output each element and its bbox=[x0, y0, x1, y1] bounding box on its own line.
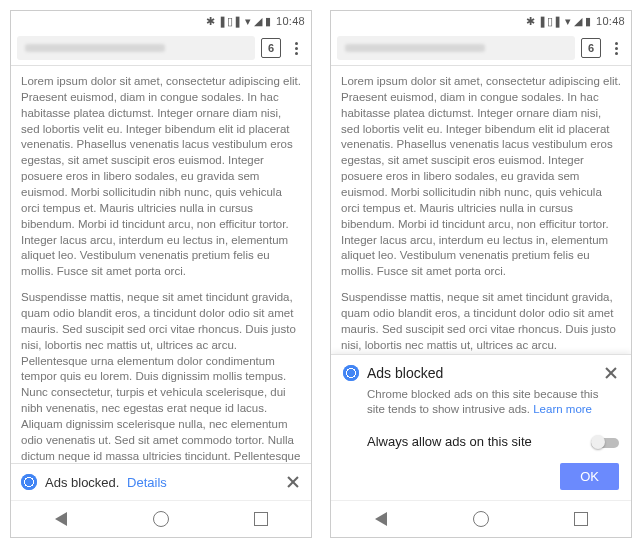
chrome-icon bbox=[343, 365, 359, 381]
url-bar[interactable] bbox=[337, 36, 575, 60]
home-button[interactable] bbox=[146, 504, 176, 534]
paragraph: Lorem ipsum dolor sit amet, consectetur … bbox=[21, 74, 301, 280]
wifi-icon: ▾ bbox=[565, 15, 571, 28]
triangle-icon bbox=[375, 512, 387, 526]
close-icon[interactable] bbox=[603, 365, 619, 381]
tab-switcher-button[interactable]: 6 bbox=[581, 38, 601, 58]
infobar-message: Ads blocked. Details bbox=[45, 475, 277, 490]
wifi-icon: ▾ bbox=[245, 15, 251, 28]
battery-icon: ▮ bbox=[585, 15, 591, 28]
close-icon[interactable] bbox=[285, 474, 301, 490]
always-allow-toggle[interactable] bbox=[591, 435, 619, 449]
bluetooth-icon: ✱ bbox=[206, 15, 215, 28]
page-content[interactable]: Lorem ipsum dolor sit amet, consectetur … bbox=[11, 66, 311, 500]
clock: 10:48 bbox=[596, 15, 625, 27]
infobar-text: Ads blocked. bbox=[45, 475, 119, 490]
square-icon bbox=[574, 512, 588, 526]
url-bar[interactable] bbox=[17, 36, 255, 60]
phone-frame-collapsed: ✱ ❚▯❚ ▾ ◢ ▮ 10:48 6 Lorem ipsum dolor si… bbox=[10, 10, 312, 538]
back-button[interactable] bbox=[366, 504, 396, 534]
overflow-menu-button[interactable] bbox=[607, 42, 625, 55]
page-content[interactable]: Lorem ipsum dolor sit amet, consectetur … bbox=[331, 66, 631, 500]
signal-icon: ◢ bbox=[254, 15, 262, 28]
square-icon bbox=[254, 512, 268, 526]
browser-toolbar: 6 bbox=[11, 31, 311, 66]
recents-button[interactable] bbox=[566, 504, 596, 534]
status-bar: ✱ ❚▯❚ ▾ ◢ ▮ 10:48 bbox=[11, 11, 311, 31]
battery-icon: ▮ bbox=[265, 15, 271, 28]
panel-title: Ads blocked bbox=[367, 365, 595, 381]
signal-icon: ◢ bbox=[574, 15, 582, 28]
tab-switcher-button[interactable]: 6 bbox=[261, 38, 281, 58]
back-button[interactable] bbox=[46, 504, 76, 534]
learn-more-link[interactable]: Learn more bbox=[533, 403, 592, 415]
home-button[interactable] bbox=[466, 504, 496, 534]
circle-icon bbox=[153, 511, 169, 527]
ok-button[interactable]: OK bbox=[560, 463, 619, 490]
circle-icon bbox=[473, 511, 489, 527]
recents-button[interactable] bbox=[246, 504, 276, 534]
panel-description: Chrome blocked ads on this site because … bbox=[343, 387, 619, 418]
triangle-icon bbox=[55, 512, 67, 526]
ads-blocked-infobar[interactable]: Ads blocked. Details bbox=[11, 463, 311, 500]
bluetooth-icon: ✱ bbox=[526, 15, 535, 28]
chrome-icon bbox=[21, 474, 37, 490]
phone-frame-expanded: ✱ ❚▯❚ ▾ ◢ ▮ 10:48 6 Lorem ipsum dolor si… bbox=[330, 10, 632, 538]
always-allow-row[interactable]: Always allow ads on this site bbox=[343, 424, 619, 455]
ads-blocked-panel: Ads blocked Chrome blocked ads on this s… bbox=[331, 354, 631, 500]
toggle-label: Always allow ads on this site bbox=[367, 434, 591, 449]
vibrate-icon: ❚▯❚ bbox=[538, 15, 562, 28]
status-bar: ✱ ❚▯❚ ▾ ◢ ▮ 10:48 bbox=[331, 11, 631, 31]
clock: 10:48 bbox=[276, 15, 305, 27]
system-nav-bar bbox=[11, 500, 311, 537]
details-link[interactable]: Details bbox=[127, 475, 167, 490]
vibrate-icon: ❚▯❚ bbox=[218, 15, 242, 28]
overflow-menu-button[interactable] bbox=[287, 42, 305, 55]
body-text: Lorem ipsum dolor sit amet, consectetur … bbox=[11, 66, 311, 500]
paragraph: Lorem ipsum dolor sit amet, consectetur … bbox=[341, 74, 621, 280]
browser-toolbar: 6 bbox=[331, 31, 631, 66]
system-nav-bar bbox=[331, 500, 631, 537]
